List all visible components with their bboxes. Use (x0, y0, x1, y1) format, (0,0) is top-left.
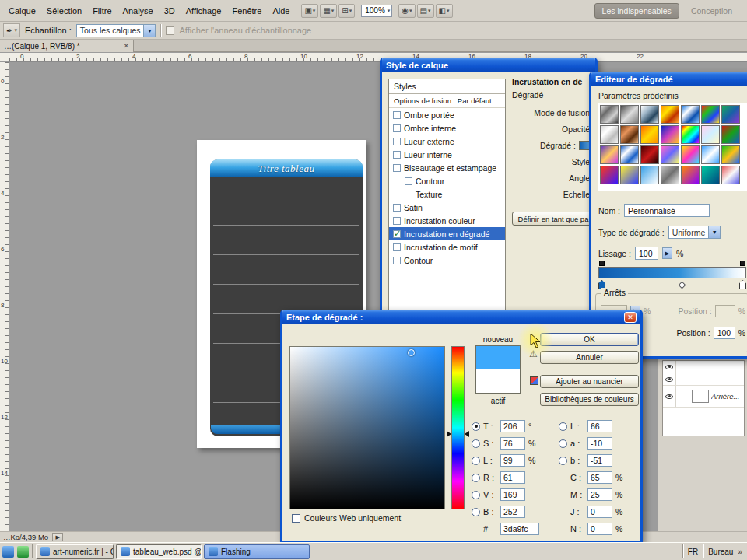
style-list-item[interactable]: Contour (389, 254, 505, 267)
blend-options-item[interactable]: Options de fusion : Par défaut (389, 94, 505, 108)
channel-input[interactable]: 76 (500, 437, 525, 450)
web-color-cube-icon[interactable] (530, 376, 538, 385)
gradient-preset-swatch[interactable] (721, 125, 740, 144)
eye-icon[interactable] (665, 377, 673, 382)
style-checkbox[interactable] (393, 230, 401, 238)
channel-input[interactable]: 169 (500, 488, 525, 501)
horizontal-ruler[interactable]: 0246810121416182022 (9, 53, 747, 62)
radio-button[interactable] (472, 439, 480, 448)
radio-button[interactable] (559, 422, 567, 431)
radio-button[interactable] (472, 491, 480, 499)
gradient-preset-swatch[interactable] (620, 105, 639, 124)
channel-input[interactable]: 65 (587, 471, 612, 484)
zoom-level-select[interactable]: 100%▾ (361, 5, 392, 17)
eye-icon[interactable] (665, 394, 673, 399)
workspace-button[interactable]: Conception (684, 4, 739, 18)
close-icon[interactable]: ✕ (123, 42, 129, 50)
style-list-item[interactable]: Ombre portée (389, 108, 505, 121)
style-checkbox[interactable] (405, 177, 412, 185)
arrange-documents-icon[interactable]: ▤▾ (417, 4, 434, 18)
layer-row-background[interactable]: Arrière... (663, 386, 744, 408)
gamut-warning-icon[interactable]: ⚠ (529, 348, 538, 359)
menu-item[interactable]: Affichage (181, 5, 227, 17)
gradient-preset-swatch[interactable] (600, 166, 619, 184)
dialog-titlebar[interactable]: Style de calque (382, 58, 595, 72)
smoothness-input[interactable]: 100 (635, 247, 658, 260)
desktop-toolbar-label[interactable]: Bureau (708, 548, 733, 556)
sample-dropdown[interactable]: Tous les calques▼ (76, 24, 156, 37)
channel-input[interactable]: 61 (500, 471, 525, 484)
channel-input[interactable]: 0 (587, 523, 612, 535)
layer-row[interactable] (663, 373, 744, 386)
style-list-item[interactable]: Contour (389, 174, 505, 187)
midpoint-marker[interactable] (679, 282, 686, 289)
style-checkbox[interactable] (393, 151, 401, 159)
vertical-ruler[interactable]: 02468101214 (0, 62, 9, 531)
dialog-button[interactable]: Bibliothèques de couleurs (540, 393, 639, 406)
style-list-item[interactable]: Ombre interne (389, 121, 505, 135)
tool-preset-picker[interactable]: ✒▾ (3, 23, 20, 37)
screen-mode-icon[interactable]: ◧▾ (436, 4, 453, 18)
gradient-preview-bar[interactable] (598, 267, 746, 278)
taskbar-window-button[interactable]: Flashing (204, 544, 310, 559)
quick-launch-icon[interactable] (2, 546, 14, 558)
channel-input[interactable]: 66 (587, 420, 612, 432)
style-checkbox[interactable] (393, 138, 401, 145)
gradient-preset-swatch[interactable] (600, 145, 619, 164)
style-checkbox[interactable] (393, 111, 401, 119)
radio-button[interactable] (559, 439, 567, 448)
hue-marker-left[interactable] (447, 431, 454, 437)
opacity-stop-right[interactable] (740, 261, 745, 266)
channel-input[interactable]: 99 (500, 454, 525, 467)
gradient-name-input[interactable]: Personnalisé (624, 204, 710, 217)
gradient-preset-swatch[interactable] (721, 105, 740, 124)
gradient-preset-swatch[interactable] (661, 125, 679, 144)
gradient-preset-swatch[interactable] (701, 145, 720, 164)
dialog-titlebar[interactable]: Editeur de dégradé (591, 72, 747, 86)
style-list-item[interactable]: Incrustation en dégradé (389, 227, 505, 240)
channel-input[interactable]: 0 (587, 506, 612, 518)
style-list-item[interactable]: Lueur externe (389, 135, 505, 148)
quick-launch-icon[interactable] (17, 546, 29, 558)
menu-item[interactable]: Analyse (117, 5, 159, 17)
gradient-preset-swatch[interactable] (640, 145, 659, 164)
gradient-preset-swatch[interactable] (681, 105, 700, 124)
gradient-preset-swatch[interactable] (681, 145, 700, 164)
style-list-item[interactable]: Lueur interne (389, 148, 505, 161)
styles-list-header[interactable]: Styles (389, 79, 505, 94)
style-checkbox[interactable] (393, 124, 401, 132)
document-tab[interactable]: …(Calque 1, RVB/8) * ✕ (0, 40, 134, 52)
style-list-item[interactable]: Texture (389, 187, 505, 201)
radio-button[interactable] (472, 508, 480, 516)
sampling-ring-checkbox[interactable] (166, 26, 174, 35)
position-input[interactable]: 100 (714, 327, 735, 339)
menu-item[interactable]: Fenêtre (226, 5, 267, 17)
spinner-icon[interactable]: ▶ (662, 247, 672, 259)
color-field-marker[interactable] (408, 349, 415, 356)
radio-button[interactable] (559, 457, 567, 465)
color-stop-right[interactable] (739, 280, 746, 289)
eye-icon[interactable] (665, 365, 673, 369)
gradient-preset-swatch[interactable] (701, 105, 720, 124)
style-list-item[interactable]: Satin (389, 201, 505, 214)
hue-marker-right[interactable] (461, 431, 469, 437)
chevron-icon[interactable]: » (738, 548, 742, 556)
gradient-preset-swatch[interactable] (620, 125, 639, 144)
close-icon[interactable]: ✕ (624, 312, 637, 323)
gradient-preset-swatch[interactable] (620, 166, 639, 184)
radio-button[interactable] (472, 457, 480, 465)
gradient-preset-swatch[interactable] (620, 145, 639, 164)
taskbar-window-button[interactable]: tableau_web.psd @ ... (116, 544, 202, 559)
style-checkbox[interactable] (393, 204, 401, 212)
gradient-preset-swatch[interactable] (681, 166, 700, 184)
channel-input[interactable]: 252 (500, 506, 525, 518)
hex-input[interactable]: 3da9fc (500, 523, 539, 535)
taskbar-window-button[interactable]: art-numeric.fr | - Goo... (36, 544, 114, 559)
gradient-preset-swatch[interactable] (600, 125, 619, 144)
gradient-preset-swatch[interactable] (640, 105, 659, 124)
radio-button[interactable] (472, 422, 480, 431)
gradient-preset-swatch[interactable] (600, 105, 619, 124)
gradient-preset-swatch[interactable] (661, 166, 679, 184)
layer-row[interactable] (663, 361, 744, 373)
radio-button[interactable] (472, 474, 480, 482)
